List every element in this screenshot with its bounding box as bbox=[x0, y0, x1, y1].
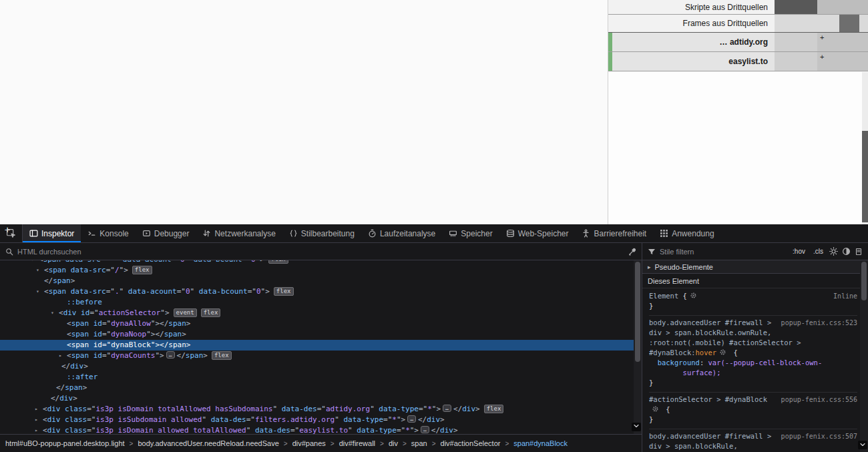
element-rule: InlineElement {} bbox=[649, 291, 857, 311]
tab-inspector[interactable]: Inspektor bbox=[23, 224, 81, 242]
inline-text-ellipsis[interactable]: … bbox=[421, 426, 429, 433]
add-rule-button[interactable]: + bbox=[3, 225, 12, 234]
inline-style-label: Inline bbox=[833, 291, 857, 301]
filter-cell[interactable] bbox=[775, 33, 817, 51]
breadcrumb-item[interactable]: body.advancedUser.needReload.needSave bbox=[138, 439, 278, 447]
flex-badge[interactable]: flex bbox=[268, 260, 288, 264]
popup-row: … adtidy.org+ bbox=[608, 33, 868, 52]
css-file-link[interactable]: popup-fenix.css:507 bbox=[781, 431, 857, 441]
breadcrumb-separator: > bbox=[130, 440, 134, 447]
rules-content: InlineElement {}popup-fenix.css:523body.… bbox=[642, 288, 868, 452]
markup-node[interactable]: <span id="dynaBlock"></span> bbox=[0, 340, 642, 351]
tab-console[interactable]: Konsole bbox=[81, 224, 135, 242]
light-mode-icon[interactable] bbox=[829, 247, 838, 256]
dark-mode-icon[interactable] bbox=[842, 247, 851, 256]
breadcrumb-item[interactable]: div bbox=[389, 439, 398, 447]
collapse-arrow-icon[interactable]: ▾ bbox=[36, 286, 39, 297]
breadcrumb-item[interactable]: span bbox=[411, 439, 427, 447]
tab-label: Stilbearbeitung bbox=[301, 229, 355, 238]
expand-arrow-icon[interactable]: ▸ bbox=[59, 351, 62, 361]
pseudo-elements-label: Pseudo-Elemente bbox=[655, 263, 713, 271]
markup-node[interactable]: ▸<span id="dynaCounts">…</span>flex bbox=[0, 351, 642, 361]
markup-node[interactable]: <span id="dynaNoop"></span> bbox=[0, 329, 642, 340]
tab-style-editor[interactable]: Stilbearbeitung bbox=[282, 224, 361, 242]
markup-node[interactable]: ▾<span data-src="*" data-acount="0" data… bbox=[0, 260, 642, 265]
inline-text-ellipsis[interactable]: … bbox=[443, 405, 451, 412]
expand-arrow-icon[interactable]: ▸ bbox=[35, 425, 38, 434]
breadcrumb-item[interactable]: div#actionSelector bbox=[441, 439, 501, 447]
expand-arrow-icon[interactable]: ▸ bbox=[35, 404, 38, 415]
filter-cell[interactable]: + bbox=[817, 52, 868, 71]
filter-cell[interactable]: + bbox=[817, 33, 868, 51]
markup-node[interactable]: </div> bbox=[0, 361, 642, 372]
tab-memory[interactable]: Speicher bbox=[442, 224, 499, 242]
breadcrumb-item[interactable]: div#firewall bbox=[339, 439, 375, 447]
filter-cell[interactable] bbox=[775, 52, 817, 71]
filter-cell[interactable] bbox=[775, 0, 817, 14]
markup-node[interactable]: ▸<div class="is3p isDomain allowed total… bbox=[0, 425, 642, 434]
filter-cell[interactable] bbox=[817, 15, 868, 32]
collapse-arrow-icon[interactable]: ▾ bbox=[31, 260, 34, 265]
tab-network[interactable]: Netzwerkanalyse bbox=[196, 224, 282, 242]
tab-label: Barrierefreiheit bbox=[594, 229, 646, 238]
tab-label: Inspektor bbox=[41, 229, 74, 238]
filter-cell[interactable] bbox=[775, 15, 817, 32]
breadcrumb-item[interactable]: span#dynaBlock bbox=[513, 439, 568, 447]
tab-storage[interactable]: Web-Speicher bbox=[499, 224, 576, 242]
flex-badge[interactable]: flex bbox=[212, 351, 232, 360]
expand-arrow-icon[interactable]: ▸ bbox=[35, 415, 38, 425]
markup-node[interactable]: ::after bbox=[0, 372, 642, 383]
markup-node[interactable]: ▾<span data-src="." data-acount="0" data… bbox=[0, 286, 642, 297]
gear-icon[interactable] bbox=[690, 292, 697, 299]
flex-badge[interactable]: flex bbox=[201, 308, 221, 317]
markup-node[interactable]: ::before bbox=[0, 297, 642, 308]
scroll-down-button[interactable] bbox=[858, 441, 867, 449]
popup-row-label: Frames aus Drittquellen bbox=[608, 15, 775, 32]
print-media-icon[interactable] bbox=[855, 248, 863, 256]
markup-scrollbar[interactable] bbox=[634, 260, 642, 434]
flex-badge[interactable]: flex bbox=[274, 287, 294, 296]
markup-node[interactable]: ▸<div class="is3p isSubdomain allowed" d… bbox=[0, 415, 642, 425]
gear-icon[interactable] bbox=[652, 405, 659, 413]
event-badge[interactable]: event bbox=[174, 308, 197, 317]
markup-node[interactable]: </span> bbox=[0, 276, 642, 286]
markup-node[interactable]: ▾<span data-src="/">flex bbox=[0, 265, 642, 276]
scroll-down-button[interactable] bbox=[632, 423, 641, 431]
flex-badge[interactable]: flex bbox=[484, 405, 504, 413]
style-filter-input[interactable] bbox=[660, 248, 787, 256]
markup-scroll-area: ▾<span data-src="*" data-acount="0" data… bbox=[0, 260, 642, 434]
toggle-classes-button[interactable]: .cls bbox=[811, 248, 825, 255]
style-editor-icon bbox=[289, 229, 298, 238]
popup-scrollbar[interactable] bbox=[862, 72, 868, 224]
tab-debugger[interactable]: Debugger bbox=[136, 224, 196, 242]
breadcrumb-item[interactable]: div#panes bbox=[292, 439, 326, 447]
css-file-link[interactable]: popup-fenix.css:556 bbox=[781, 395, 857, 405]
flex-badge[interactable]: flex bbox=[132, 266, 152, 274]
rules-scrollbar[interactable] bbox=[860, 260, 868, 452]
html-search-input[interactable] bbox=[17, 248, 624, 256]
pseudo-elements-header[interactable]: ▸ Pseudo-Elemente bbox=[642, 260, 868, 274]
popup-scrollbar-thumb[interactable] bbox=[862, 131, 868, 222]
markup-scrollbar-thumb[interactable] bbox=[635, 262, 640, 362]
rules-scrollbar-thumb[interactable] bbox=[861, 262, 867, 300]
markup-node[interactable]: ▸<div class="is3p isDomain totalAllowed … bbox=[0, 404, 642, 415]
css-file-link[interactable]: popup-fenix.css:523 bbox=[781, 318, 857, 328]
breadcrumb-item[interactable]: html#uBO-popup-panel.desktop.light bbox=[5, 439, 125, 447]
inline-text-ellipsis[interactable]: … bbox=[166, 351, 175, 359]
tab-performance[interactable]: Laufzeitanalyse bbox=[361, 224, 442, 242]
filter-cell[interactable] bbox=[817, 0, 868, 14]
inline-text-ellipsis[interactable]: … bbox=[407, 415, 416, 423]
eyedropper-icon[interactable] bbox=[628, 248, 636, 256]
filter-cell-state bbox=[839, 15, 859, 32]
markup-node[interactable]: <span id="dynaAllow"></span> bbox=[0, 318, 642, 329]
breadcrumb-separator: > bbox=[403, 440, 407, 447]
gear-icon[interactable] bbox=[719, 349, 726, 356]
tab-accessibility[interactable]: Barrierefreiheit bbox=[575, 224, 653, 242]
collapse-arrow-icon[interactable]: ▾ bbox=[36, 265, 39, 276]
toggle-pseudo-classes-button[interactable]: :hov bbox=[791, 248, 807, 255]
tab-application[interactable]: Anwendung bbox=[653, 224, 720, 242]
markup-node[interactable]: </div> bbox=[0, 393, 642, 404]
collapse-arrow-icon[interactable]: ▾ bbox=[51, 308, 54, 318]
markup-node[interactable]: </span> bbox=[0, 383, 642, 393]
markup-node[interactable]: ▾<div id="actionSelector">eventflex bbox=[0, 308, 642, 318]
